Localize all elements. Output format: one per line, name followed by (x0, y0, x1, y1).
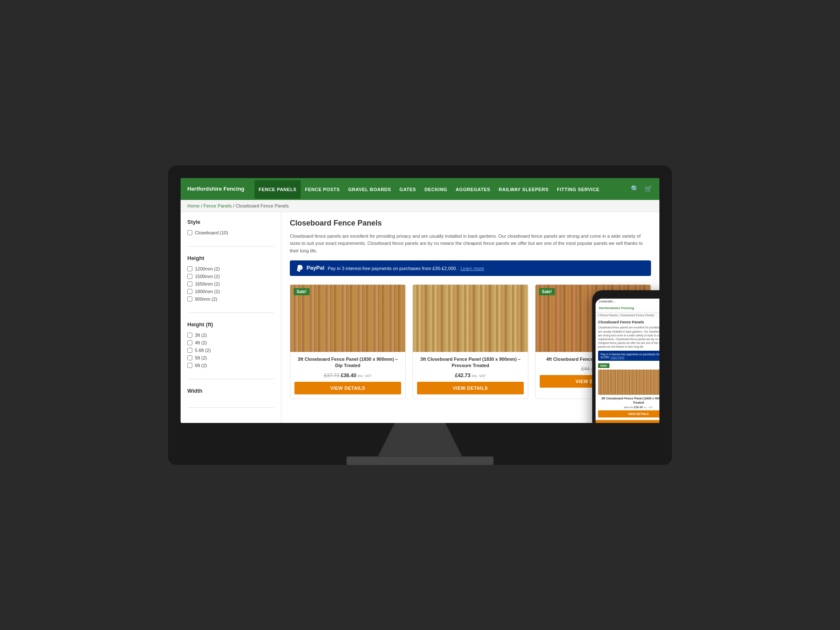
nav-railway-sleepers[interactable]: RAILWAY SLEEPERS (494, 187, 553, 192)
phone-overlay: contact@h... ...036 038 Hertfordshire Fe… (592, 290, 659, 423)
view-details-btn-2[interactable]: VIEW DETAILS (417, 382, 524, 394)
page-title: Closeboard Fence Panels (290, 219, 651, 228)
phone-breadcrumb-text: / Fence Panels / Closeboard Fence Panels (598, 314, 654, 317)
phone-filter-bar[interactable]: ▼ Filter Products (596, 420, 659, 423)
breadcrumb-home[interactable]: Home (187, 203, 200, 208)
sale-badge-1: Sale! (294, 288, 310, 295)
nav-fence-posts[interactable]: FENCE POSTS (301, 187, 344, 192)
main-layout: Style Closeboard (10) Height 1200mm (2) … (181, 212, 659, 423)
nav-bar: Hertfordshire Fencing FENCE PANELS FENCE… (181, 178, 659, 200)
filter-900mm-label: 900mm (2) (195, 297, 217, 302)
breadcrumb-fence-panels[interactable]: Fence Panels (204, 203, 232, 208)
filter-1200mm-checkbox[interactable] (187, 266, 192, 271)
phone-old-price: £37.73 (624, 406, 633, 409)
filter-1800mm-label: 1800mm (2) (195, 289, 220, 294)
nav-fence-panels[interactable]: FENCE PANELS (255, 180, 301, 199)
breadcrumb-current: Closeboard Fence Panels (236, 203, 289, 208)
style-filter-title: Style (187, 219, 274, 225)
nav-gravel-boards[interactable]: GRAVEL BOARDS (344, 187, 395, 192)
new-price-2: £42.73 (455, 373, 470, 378)
product-info-2: 3ft Closeboard Fence Panel (1830 x 900mm… (413, 352, 528, 399)
height-filter-title: Height (187, 255, 274, 261)
filter-1650mm-label: 1650mm (2) (195, 281, 220, 286)
nav-gates[interactable]: GATES (395, 187, 420, 192)
filter-3ft-label: 3ft (2) (195, 333, 207, 338)
height-ft-filter: Height (ft) 3ft (2) 4ft (2) 5.6ft (2) (187, 321, 274, 379)
nav-fitting-service[interactable]: FITTING SERVICE (553, 187, 604, 192)
monitor-stand (378, 423, 462, 457)
product-card-1: Sale! 3ft Closeboard Fence Panel (1830 x… (290, 284, 406, 399)
filter-6ft[interactable]: 6ft (2) (187, 363, 274, 368)
filter-1500mm-label: 1500mm (2) (195, 274, 220, 279)
filter-closeboard[interactable]: Closeboard (10) (187, 230, 274, 235)
product-info-1: 3ft Closeboard Fence Panel (1830 x 900mm… (290, 352, 405, 399)
filter-5ft-checkbox[interactable] (187, 355, 192, 360)
filter-1500mm-checkbox[interactable] (187, 274, 192, 279)
phone-product-price: £37.73 £36.40 Inc. VAT (598, 406, 659, 409)
paypal-learn-more[interactable]: Learn more (460, 266, 484, 271)
phone-logo[interactable]: Hertfordshire Fencing (599, 306, 634, 310)
filter-900mm-checkbox[interactable] (187, 297, 192, 302)
product-image-2 (413, 285, 528, 352)
old-price-3: £44 (581, 366, 590, 372)
filter-1800mm[interactable]: 1800mm (2) (187, 289, 274, 294)
filter-4ft-label: 4ft (2) (195, 340, 207, 345)
phone-nav: Hertfordshire Fencing 🔍 🛒 ☰ (596, 304, 659, 312)
filter-closeboard-checkbox[interactable] (187, 230, 192, 235)
phone-product-img (598, 370, 659, 395)
phone-filter-icon: ▼ (651, 422, 654, 423)
phone-status-left: contact@h... (599, 300, 615, 303)
filter-5ft[interactable]: 5ft (2) (187, 355, 274, 360)
phone-view-btn[interactable]: VIEW DETAILS (598, 410, 659, 417)
phone-status-bar: contact@h... ...036 038 (596, 299, 659, 304)
filter-6ft-checkbox[interactable] (187, 363, 192, 368)
filter-4ft[interactable]: 4ft (2) (187, 340, 274, 345)
nav-links: FENCE PANELS FENCE POSTS GRAVEL BOARDS G… (255, 185, 631, 193)
paypal-banner: PayPal Pay in 3 interest-free payments o… (290, 260, 651, 276)
width-filter: Width (187, 388, 274, 408)
paypal-logo: PayPal (297, 265, 324, 272)
filter-1800mm-checkbox[interactable] (187, 289, 192, 294)
paypal-message: Pay in 3 interest-free payments on purch… (328, 266, 457, 271)
filter-1650mm[interactable]: 1650mm (2) (187, 281, 274, 286)
filter-56ft[interactable]: 5.6ft (2) (187, 348, 274, 353)
filter-1500mm[interactable]: 1500mm (2) (187, 274, 274, 279)
phone-paypal-link[interactable]: Learn more (611, 356, 625, 359)
product-card-2: 3ft Closeboard Fence Panel (1830 x 900mm… (412, 284, 528, 399)
filter-3ft-checkbox[interactable] (187, 333, 192, 338)
filter-3ft[interactable]: 3ft (2) (187, 333, 274, 338)
sidebar: Style Closeboard (10) Height 1200mm (2) … (181, 212, 281, 423)
filter-6ft-label: 6ft (2) (195, 363, 207, 368)
filter-5ft-label: 5ft (2) (195, 355, 207, 360)
phone-screen: contact@h... ...036 038 Hertfordshire Fe… (596, 299, 659, 423)
filter-56ft-label: 5.6ft (2) (195, 348, 211, 353)
product-name-2: 3ft Closeboard Fence Panel (1830 x 900mm… (417, 356, 524, 369)
filter-900mm[interactable]: 900mm (2) (187, 297, 274, 302)
view-details-btn-1[interactable]: VIEW DETAILS (294, 382, 401, 394)
filter-56ft-checkbox[interactable] (187, 348, 192, 353)
cart-icon[interactable]: 🛒 (644, 185, 653, 193)
filter-1650mm-checkbox[interactable] (187, 281, 192, 286)
filter-4ft-checkbox[interactable] (187, 340, 192, 345)
filter-1200mm[interactable]: 1200mm (2) (187, 266, 274, 271)
phone-breadcrumb: / Fence Panels / Closeboard Fence Panels (596, 312, 659, 318)
vat-2: Inc. VAT (472, 374, 486, 378)
phone-desc: Closeboard fence panels are excellent fo… (596, 326, 659, 351)
nav-decking[interactable]: DECKING (420, 187, 452, 192)
sale-badge-3: Sale! (539, 288, 555, 295)
nav-aggregates[interactable]: AGGREGATES (452, 187, 494, 192)
filter-1200mm-label: 1200mm (2) (195, 266, 220, 271)
width-filter-title: Width (187, 388, 274, 394)
site-logo[interactable]: Hertfordshire Fencing (187, 186, 244, 192)
search-icon[interactable]: 🔍 (631, 185, 639, 193)
phone-filter-label[interactable]: Filter Products (656, 422, 659, 423)
phone-paypal: Pay in 3 interest-free payments on purch… (598, 351, 659, 361)
vat-1: Inc. VAT (357, 374, 371, 378)
old-price-1: £37.73 (324, 373, 339, 378)
paypal-brand: PayPal (307, 265, 325, 271)
product-name-1: 3ft Closeboard Fence Panel (1830 x 900mm… (294, 356, 401, 369)
phone-paypal-text: Pay in 3 interest-free payments on purch… (601, 353, 659, 359)
monitor-base (346, 457, 494, 465)
filter-closeboard-label: Closeboard (10) (195, 230, 228, 235)
nav-icons: 🔍 🛒 (631, 185, 653, 193)
